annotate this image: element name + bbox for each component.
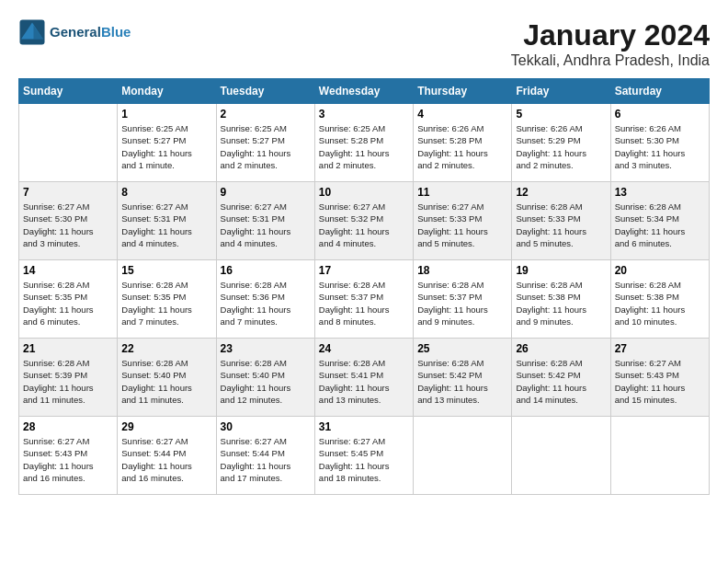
calendar-cell: 21Sunrise: 6:28 AMSunset: 5:39 PMDayligh… bbox=[19, 339, 118, 417]
col-header-monday: Monday bbox=[118, 79, 216, 104]
day-info: Sunrise: 6:27 AMSunset: 5:43 PMDaylight:… bbox=[615, 357, 705, 406]
month-title: January 2024 bbox=[511, 18, 710, 52]
day-info: Sunrise: 6:28 AMSunset: 5:41 PMDaylight:… bbox=[319, 357, 409, 406]
day-info: Sunrise: 6:26 AMSunset: 5:29 PMDaylight:… bbox=[516, 122, 606, 171]
day-info: Sunrise: 6:28 AMSunset: 5:35 PMDaylight:… bbox=[121, 279, 211, 327]
day-number: 25 bbox=[417, 342, 507, 355]
day-info: Sunrise: 6:25 AMSunset: 5:27 PMDaylight:… bbox=[221, 122, 311, 171]
calendar-cell: 24Sunrise: 6:28 AMSunset: 5:41 PMDayligh… bbox=[314, 339, 413, 417]
day-number: 6 bbox=[615, 108, 705, 121]
col-header-wednesday: Wednesday bbox=[314, 79, 413, 104]
day-info: Sunrise: 6:27 AMSunset: 5:44 PMDaylight:… bbox=[121, 435, 211, 484]
calendar-cell: 31Sunrise: 6:27 AMSunset: 5:45 PMDayligh… bbox=[314, 417, 413, 495]
calendar-cell: 25Sunrise: 6:28 AMSunset: 5:42 PMDayligh… bbox=[414, 339, 512, 417]
calendar-week-row: 28Sunrise: 6:27 AMSunset: 5:43 PMDayligh… bbox=[19, 417, 710, 495]
calendar-cell: 9Sunrise: 6:27 AMSunset: 5:31 PMDaylight… bbox=[216, 182, 314, 260]
calendar-cell: 11Sunrise: 6:27 AMSunset: 5:33 PMDayligh… bbox=[414, 182, 512, 260]
day-info: Sunrise: 6:27 AMSunset: 5:43 PMDaylight:… bbox=[23, 435, 113, 484]
calendar-cell: 16Sunrise: 6:28 AMSunset: 5:36 PMDayligh… bbox=[216, 260, 314, 339]
day-number: 16 bbox=[221, 264, 311, 277]
day-number: 31 bbox=[319, 420, 409, 433]
day-number: 5 bbox=[516, 108, 606, 121]
day-number: 22 bbox=[121, 342, 211, 355]
day-info: Sunrise: 6:28 AMSunset: 5:34 PMDaylight:… bbox=[615, 201, 705, 249]
day-info: Sunrise: 6:28 AMSunset: 5:37 PMDaylight:… bbox=[417, 279, 507, 327]
calendar-cell: 27Sunrise: 6:27 AMSunset: 5:43 PMDayligh… bbox=[610, 339, 709, 417]
logo-text-blue: Blue bbox=[101, 24, 131, 40]
location: Tekkali, Andhra Pradesh, India bbox=[511, 52, 710, 69]
day-info: Sunrise: 6:27 AMSunset: 5:33 PMDaylight:… bbox=[417, 201, 507, 249]
page-header: GeneralBlue January 2024 Tekkali, Andhra… bbox=[18, 18, 710, 69]
calendar-cell: 15Sunrise: 6:28 AMSunset: 5:35 PMDayligh… bbox=[118, 260, 216, 339]
day-number: 27 bbox=[615, 342, 705, 355]
day-number: 7 bbox=[23, 186, 113, 199]
day-number: 12 bbox=[516, 186, 606, 199]
day-number: 18 bbox=[417, 264, 507, 277]
col-header-friday: Friday bbox=[512, 79, 610, 104]
day-info: Sunrise: 6:26 AMSunset: 5:30 PMDaylight:… bbox=[615, 122, 705, 171]
day-info: Sunrise: 6:25 AMSunset: 5:28 PMDaylight:… bbox=[319, 122, 409, 171]
logo: GeneralBlue bbox=[18, 18, 131, 46]
day-info: Sunrise: 6:28 AMSunset: 5:42 PMDaylight:… bbox=[516, 357, 606, 406]
day-info: Sunrise: 6:25 AMSunset: 5:27 PMDaylight:… bbox=[121, 122, 211, 171]
day-number: 14 bbox=[23, 264, 113, 277]
day-number: 3 bbox=[319, 108, 409, 121]
col-header-tuesday: Tuesday bbox=[216, 79, 314, 104]
day-number: 1 bbox=[121, 108, 211, 121]
logo-icon bbox=[18, 18, 46, 46]
day-number: 29 bbox=[121, 420, 211, 433]
calendar-cell: 2Sunrise: 6:25 AMSunset: 5:27 PMDaylight… bbox=[216, 104, 314, 182]
calendar-week-row: 7Sunrise: 6:27 AMSunset: 5:30 PMDaylight… bbox=[19, 182, 710, 260]
calendar-week-row: 21Sunrise: 6:28 AMSunset: 5:39 PMDayligh… bbox=[19, 339, 710, 417]
day-info: Sunrise: 6:27 AMSunset: 5:30 PMDaylight:… bbox=[23, 201, 113, 249]
day-info: Sunrise: 6:28 AMSunset: 5:36 PMDaylight:… bbox=[221, 279, 311, 327]
day-number: 9 bbox=[221, 186, 311, 199]
calendar-cell: 8Sunrise: 6:27 AMSunset: 5:31 PMDaylight… bbox=[118, 182, 216, 260]
day-number: 8 bbox=[121, 186, 211, 199]
day-info: Sunrise: 6:28 AMSunset: 5:40 PMDaylight:… bbox=[221, 357, 311, 406]
calendar-week-row: 14Sunrise: 6:28 AMSunset: 5:35 PMDayligh… bbox=[19, 260, 710, 339]
calendar-cell: 13Sunrise: 6:28 AMSunset: 5:34 PMDayligh… bbox=[610, 182, 709, 260]
day-info: Sunrise: 6:26 AMSunset: 5:28 PMDaylight:… bbox=[417, 122, 507, 171]
calendar-cell: 6Sunrise: 6:26 AMSunset: 5:30 PMDaylight… bbox=[610, 104, 709, 182]
day-number: 15 bbox=[121, 264, 211, 277]
calendar-cell bbox=[19, 104, 118, 182]
calendar-cell: 17Sunrise: 6:28 AMSunset: 5:37 PMDayligh… bbox=[314, 260, 413, 339]
calendar-cell: 10Sunrise: 6:27 AMSunset: 5:32 PMDayligh… bbox=[314, 182, 413, 260]
calendar-cell: 20Sunrise: 6:28 AMSunset: 5:38 PMDayligh… bbox=[610, 260, 709, 339]
day-info: Sunrise: 6:27 AMSunset: 5:31 PMDaylight:… bbox=[121, 201, 211, 249]
day-number: 4 bbox=[417, 108, 507, 121]
calendar-header-row: SundayMondayTuesdayWednesdayThursdayFrid… bbox=[19, 79, 710, 104]
calendar-week-row: 1Sunrise: 6:25 AMSunset: 5:27 PMDaylight… bbox=[19, 104, 710, 182]
day-number: 23 bbox=[221, 342, 311, 355]
calendar-cell: 23Sunrise: 6:28 AMSunset: 5:40 PMDayligh… bbox=[216, 339, 314, 417]
day-info: Sunrise: 6:28 AMSunset: 5:38 PMDaylight:… bbox=[615, 279, 705, 327]
calendar-cell: 29Sunrise: 6:27 AMSunset: 5:44 PMDayligh… bbox=[118, 417, 216, 495]
day-info: Sunrise: 6:28 AMSunset: 5:33 PMDaylight:… bbox=[516, 201, 606, 249]
calendar-cell bbox=[512, 417, 610, 495]
calendar-cell: 18Sunrise: 6:28 AMSunset: 5:37 PMDayligh… bbox=[414, 260, 512, 339]
calendar-cell: 19Sunrise: 6:28 AMSunset: 5:38 PMDayligh… bbox=[512, 260, 610, 339]
calendar-cell: 1Sunrise: 6:25 AMSunset: 5:27 PMDaylight… bbox=[118, 104, 216, 182]
day-info: Sunrise: 6:28 AMSunset: 5:39 PMDaylight:… bbox=[23, 357, 113, 406]
day-info: Sunrise: 6:27 AMSunset: 5:45 PMDaylight:… bbox=[319, 435, 409, 484]
day-info: Sunrise: 6:28 AMSunset: 5:40 PMDaylight:… bbox=[121, 357, 211, 406]
calendar-cell: 14Sunrise: 6:28 AMSunset: 5:35 PMDayligh… bbox=[19, 260, 118, 339]
day-info: Sunrise: 6:28 AMSunset: 5:38 PMDaylight:… bbox=[516, 279, 606, 327]
day-number: 2 bbox=[221, 108, 311, 121]
day-info: Sunrise: 6:28 AMSunset: 5:35 PMDaylight:… bbox=[23, 279, 113, 327]
col-header-sunday: Sunday bbox=[19, 79, 118, 104]
day-number: 10 bbox=[319, 186, 409, 199]
calendar-cell bbox=[610, 417, 709, 495]
col-header-thursday: Thursday bbox=[414, 79, 512, 104]
day-number: 21 bbox=[23, 342, 113, 355]
day-info: Sunrise: 6:28 AMSunset: 5:37 PMDaylight:… bbox=[319, 279, 409, 327]
logo-text-general: General bbox=[50, 24, 101, 40]
day-number: 11 bbox=[417, 186, 507, 199]
calendar-cell: 4Sunrise: 6:26 AMSunset: 5:28 PMDaylight… bbox=[414, 104, 512, 182]
day-number: 30 bbox=[221, 420, 311, 433]
calendar-cell: 7Sunrise: 6:27 AMSunset: 5:30 PMDaylight… bbox=[19, 182, 118, 260]
day-info: Sunrise: 6:28 AMSunset: 5:42 PMDaylight:… bbox=[417, 357, 507, 406]
calendar-cell: 30Sunrise: 6:27 AMSunset: 5:44 PMDayligh… bbox=[216, 417, 314, 495]
calendar-cell: 22Sunrise: 6:28 AMSunset: 5:40 PMDayligh… bbox=[118, 339, 216, 417]
